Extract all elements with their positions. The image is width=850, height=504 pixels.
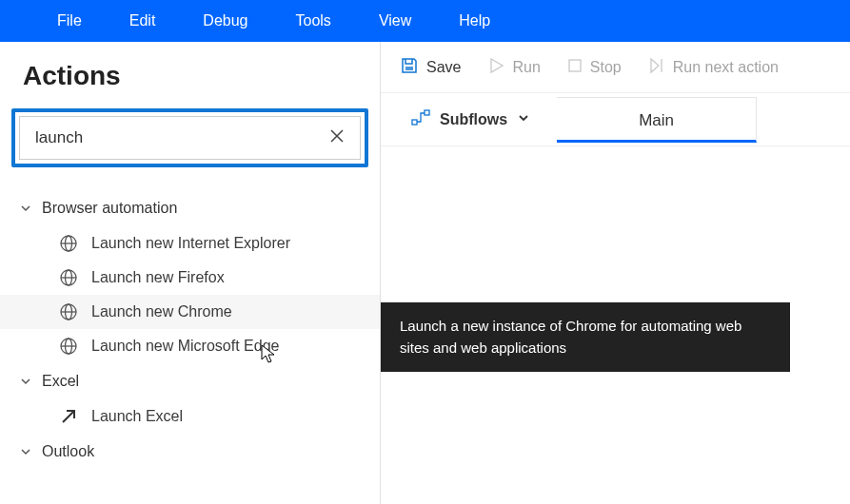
search-box[interactable] <box>19 116 361 160</box>
chevron-down-icon <box>19 445 32 458</box>
category-outlook[interactable]: Outlook <box>0 434 380 470</box>
flow-canvas[interactable]: Launch a new instance of Chrome for auto… <box>381 146 850 504</box>
play-icon <box>487 57 504 78</box>
run-next-label: Run next action <box>673 59 779 76</box>
globe-icon <box>59 337 78 356</box>
globe-icon <box>59 234 78 253</box>
actions-title: Actions <box>0 61 380 108</box>
svg-rect-14 <box>425 110 429 115</box>
actions-panel: Actions Browser automation Launch new In… <box>0 42 381 504</box>
run-button[interactable]: Run <box>487 57 540 78</box>
globe-icon <box>59 302 78 321</box>
search-input[interactable] <box>35 128 326 147</box>
menu-debug[interactable]: Debug <box>203 12 247 29</box>
action-launch-excel[interactable]: Launch Excel <box>0 399 380 434</box>
stop-label: Stop <box>590 59 622 76</box>
action-label: Launch Excel <box>91 408 183 425</box>
action-launch-ie[interactable]: Launch new Internet Explorer <box>0 226 380 261</box>
run-next-button[interactable]: Run next action <box>648 57 779 78</box>
action-launch-chrome[interactable]: Launch new Chrome <box>0 295 380 329</box>
tabs-bar: Subflows Main <box>381 93 850 146</box>
action-label: Launch new Chrome <box>91 303 232 320</box>
tooltip: Launch a new instance of Chrome for auto… <box>381 302 790 372</box>
category-label: Browser automation <box>42 200 177 217</box>
menu-file[interactable]: File <box>57 12 82 29</box>
svg-rect-12 <box>569 60 581 71</box>
category-label: Excel <box>42 373 79 390</box>
main-panel: Save Run Stop Run next action <box>381 42 850 504</box>
action-launch-firefox[interactable]: Launch new Firefox <box>0 261 380 295</box>
subflows-label: Subflows <box>440 111 507 128</box>
globe-icon <box>59 268 78 287</box>
arrow-icon <box>59 407 78 426</box>
action-label: Launch new Firefox <box>91 269 225 286</box>
save-icon <box>400 56 419 79</box>
menubar: File Edit Debug Tools View Help <box>0 0 850 42</box>
subflows-icon <box>411 108 430 131</box>
chevron-down-icon <box>19 375 32 388</box>
save-button[interactable]: Save <box>400 56 461 79</box>
chevron-down-icon <box>517 111 530 128</box>
svg-rect-13 <box>412 120 417 125</box>
menu-edit[interactable]: Edit <box>129 12 156 29</box>
category-browser-automation[interactable]: Browser automation <box>0 190 380 226</box>
menu-tools[interactable]: Tools <box>296 12 331 29</box>
subflows-dropdown[interactable]: Subflows <box>398 108 544 131</box>
toolbar: Save Run Stop Run next action <box>381 42 850 93</box>
search-highlight <box>11 108 368 167</box>
stop-icon <box>567 58 583 77</box>
category-excel[interactable]: Excel <box>0 363 380 399</box>
menu-view[interactable]: View <box>379 12 411 29</box>
stop-button[interactable]: Stop <box>567 58 622 77</box>
save-label: Save <box>426 59 461 76</box>
action-launch-edge[interactable]: Launch new Microsoft Edge <box>0 329 380 363</box>
action-label: Launch new Internet Explorer <box>91 235 290 252</box>
category-label: Outlook <box>42 443 94 460</box>
clear-icon[interactable] <box>326 125 348 152</box>
action-label: Launch new Microsoft Edge <box>91 338 279 355</box>
tab-main[interactable]: Main <box>557 97 757 143</box>
step-icon <box>648 57 665 78</box>
menu-help[interactable]: Help <box>459 12 490 29</box>
run-label: Run <box>512 59 540 76</box>
chevron-down-icon <box>19 202 32 215</box>
